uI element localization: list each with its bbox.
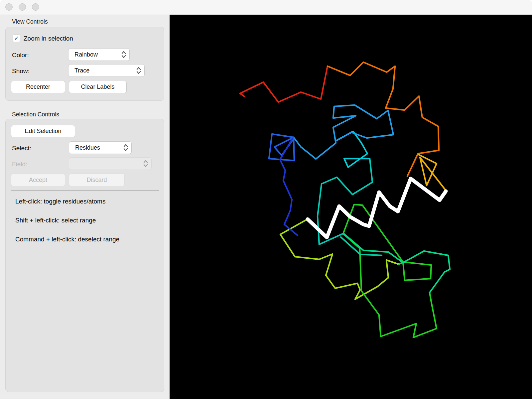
recenter-button[interactable]: Recenter [11,81,65,93]
backbone-teal-strand [341,237,382,255]
chevron-up-down-icon [123,144,128,151]
chevron-up-down-icon [121,51,126,58]
zoom-window-button[interactable] [32,3,39,11]
controls-sidebar: View Controls ✓ Zoom in selection Color:… [0,15,170,399]
clear-labels-button[interactable]: Clear Labels [69,81,127,93]
color-dropdown[interactable]: Rainbow [68,48,130,61]
molecule-viewport[interactable] [170,15,532,399]
help-left-click: Left-click: toggle residues/atoms [15,198,105,205]
backbone-teal [318,159,372,244]
color-label: Color: [12,52,29,59]
select-dropdown-value: Residues [75,144,123,151]
select-dropdown[interactable]: Residues [69,141,132,154]
color-dropdown-value: Rainbow [74,51,121,58]
show-dropdown[interactable]: Trace [68,64,145,77]
backbone-skyblue [294,105,393,159]
field-dropdown [69,157,152,170]
zoom-in-selection-label: Zoom in selection [24,35,73,42]
selection-highlight [308,179,446,237]
zoom-in-selection-checkbox[interactable]: ✓ [13,35,20,42]
selection-controls-title: Selection Controls [12,111,59,118]
show-label: Show: [12,67,30,75]
help-command-click: Command + left-click: deselect range [15,236,119,243]
protein-trace [170,15,532,399]
close-button[interactable] [5,3,13,11]
title-bar [0,0,532,15]
accept-button: Accept [11,174,65,186]
checkmark-icon: ✓ [14,35,19,42]
app-window: View Controls ✓ Zoom in selection Color:… [0,0,532,399]
help-shift-click: Shift + left-click: select range [15,217,96,224]
edit-selection-button[interactable]: Edit Selection [11,125,75,137]
view-controls-title: View Controls [12,18,48,25]
chevron-up-down-icon [136,67,141,74]
section-divider [11,190,159,191]
chevron-up-down-icon [143,160,148,167]
backbone-green [343,204,437,337]
backbone-gold [419,155,446,191]
minimize-button[interactable] [19,3,26,11]
show-dropdown-value: Trace [74,67,136,74]
select-label: Select: [12,145,31,152]
backbone-red [240,66,328,102]
discard-button: Discard [69,174,125,186]
field-label: Field: [12,161,27,168]
